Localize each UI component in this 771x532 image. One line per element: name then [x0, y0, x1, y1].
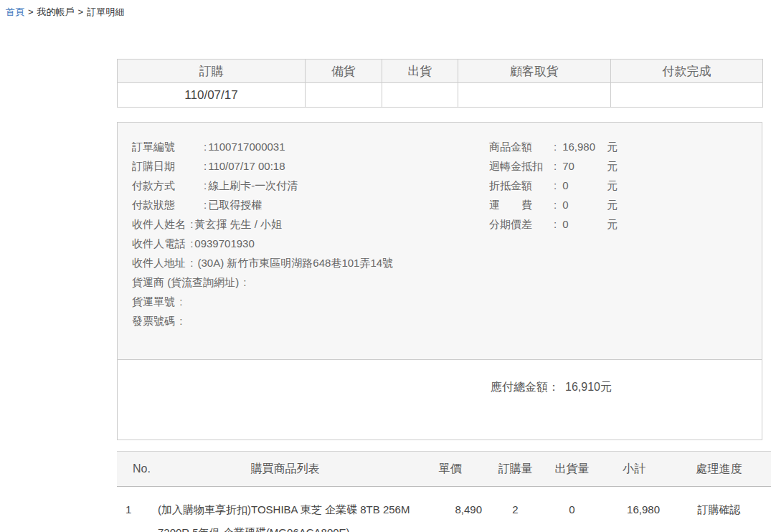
breadcrumb-account: 我的帳戶: [37, 6, 75, 17]
rebate-deduction-row: 迴轉金抵扣:70元: [489, 156, 747, 176]
status-value-row: 110/07/17: [118, 83, 763, 108]
order-date-value: 110/07/17 00:18: [208, 160, 285, 172]
recipient-address-row: 收件人地址 : (30A) 新竹市東區明湖路648巷101弄14號: [132, 253, 489, 272]
order-detail-page: 訂購 備貨 出貨 顧客取貨 付款完成 110/07/17 訂單編號:110071…: [117, 59, 762, 532]
order-number-value: 1100717000031: [208, 141, 285, 153]
installment-diff-value: 0: [562, 214, 607, 234]
total-amount-line: 應付總金額：16,910元: [491, 380, 762, 395]
recipient-phone-value: 0939701930: [194, 237, 254, 250]
field-label: 收件人電話: [132, 234, 186, 253]
currency-unit: 元: [607, 141, 618, 153]
total-amount-value: 16,910元: [565, 381, 612, 393]
breadcrumb-separator: >: [28, 6, 34, 17]
tracking-number-row: 貨運單號 :: [132, 292, 489, 311]
field-separator: :: [190, 237, 193, 250]
rebate-deduction-value: 70: [562, 156, 607, 176]
order-info-left-column: 訂單編號:1100717000031 訂購日期:110/07/17 00:18 …: [132, 137, 489, 331]
field-label: 分期價差: [489, 214, 552, 234]
product-header-row: No. 購買商品列表 單價 訂購量 出貨量 小計 處理進度: [117, 452, 771, 487]
discount-amount-row: 折抵金額:0元: [489, 176, 747, 195]
field-separator: :: [554, 218, 557, 230]
field-separator: :: [554, 199, 557, 211]
breadcrumb-separator: >: [78, 6, 84, 17]
total-amount-label: 應付總金額：: [491, 381, 559, 393]
field-separator: :: [204, 179, 207, 191]
product-subtotal: 16,980: [601, 487, 667, 532]
field-label: 收件人姓名: [132, 214, 186, 234]
product-ship-qty: 0: [543, 487, 601, 532]
status-pickup-date: [458, 83, 611, 108]
status-col-shipped: 出貨: [382, 60, 458, 83]
currency-unit: 元: [607, 199, 618, 211]
status-col-ordered: 訂購: [118, 60, 306, 83]
field-separator: :: [190, 257, 193, 269]
field-separator: :: [554, 141, 557, 153]
carrier-row: 貨運商 (貨流查詢網址) :: [132, 272, 489, 292]
recipient-phone-row: 收件人電話 :0939701930: [132, 234, 489, 253]
status-paid-date: [611, 83, 763, 108]
product-col-ship-qty: 出貨量: [543, 452, 601, 487]
field-separator: :: [179, 315, 182, 327]
field-separator: :: [204, 160, 207, 172]
status-shipped-date: [382, 83, 458, 108]
shipping-fee-row: 運 費:0元: [489, 195, 747, 214]
field-separator: :: [554, 160, 557, 172]
order-amounts-column: 商品金額:16,980元 迴轉金抵扣:70元 折抵金額:0元 運 費:0元 分期…: [489, 137, 747, 331]
order-number-row: 訂單編號:1100717000031: [132, 137, 489, 156]
payment-method-value: 線上刷卡-一次付清: [208, 179, 298, 191]
product-no: 1: [117, 487, 158, 532]
breadcrumb-home-link[interactable]: 首頁: [6, 6, 24, 17]
product-process-status: 訂購確認: [667, 487, 771, 532]
field-separator: :: [190, 218, 193, 230]
field-separator: :: [204, 141, 207, 153]
field-label: 訂單編號: [132, 137, 202, 156]
field-separator: :: [179, 295, 182, 308]
product-list-table: No. 購買商品列表 單價 訂購量 出貨量 小計 處理進度 1 (加入購物車享折…: [117, 451, 771, 532]
field-label: 付款方式: [132, 176, 202, 195]
product-name: (加入購物車享折扣)TOSHIBA 東芝 企業碟 8TB 256M 7200R …: [158, 487, 412, 532]
order-date-row: 訂購日期:110/07/17 00:18: [132, 156, 489, 176]
order-total-section: 應付總金額：16,910元: [118, 360, 762, 440]
recipient-name-value: 黃玄揮 先生 / 小姐: [194, 218, 282, 230]
product-col-subtotal: 小計: [601, 452, 667, 487]
field-separator: :: [554, 179, 557, 191]
shipping-fee-value: 0: [562, 195, 607, 214]
installment-diff-row: 分期價差:0元: [489, 214, 747, 234]
field-label: 折抵金額: [489, 176, 552, 195]
field-label: 貨運單號: [132, 292, 175, 311]
field-label: 運 費: [489, 195, 552, 214]
status-preparing-date: [306, 83, 382, 108]
currency-unit: 元: [607, 160, 618, 172]
field-label: 貨運商 (貨流查詢網址): [132, 272, 239, 292]
product-col-order-qty: 訂購量: [488, 452, 543, 487]
product-col-name: 購買商品列表: [158, 452, 412, 487]
field-separator: :: [204, 199, 207, 211]
goods-amount-value: 16,980: [562, 137, 607, 156]
goods-amount-row: 商品金額:16,980元: [489, 137, 747, 156]
product-col-no: No.: [117, 452, 158, 487]
product-col-unit-price: 單價: [412, 452, 488, 487]
field-label: 迴轉金抵扣: [489, 156, 552, 176]
currency-unit: 元: [607, 218, 618, 230]
status-header-row: 訂購 備貨 出貨 顧客取貨 付款完成: [118, 60, 763, 83]
breadcrumb-current: 訂單明細: [87, 6, 124, 17]
field-label: 商品金額: [489, 137, 552, 156]
field-label: 訂購日期: [132, 156, 202, 176]
order-info-panel: 訂單編號:1100717000031 訂購日期:110/07/17 00:18 …: [117, 122, 762, 440]
recipient-address-value: (30A) 新竹市東區明湖路648巷101弄14號: [194, 257, 393, 269]
product-unit-price: 8,490: [412, 487, 488, 532]
payment-method-row: 付款方式:線上刷卡-一次付清: [132, 176, 489, 195]
recipient-name-row: 收件人姓名 :黃玄揮 先生 / 小姐: [132, 214, 489, 234]
field-separator: :: [243, 276, 246, 288]
order-info-section: 訂單編號:1100717000031 訂購日期:110/07/17 00:18 …: [118, 123, 762, 360]
field-label: 收件人地址: [132, 253, 186, 272]
status-col-pickup: 顧客取貨: [458, 60, 611, 83]
product-col-status: 處理進度: [667, 452, 771, 487]
breadcrumb: 首頁>我的帳戶>訂單明細: [0, 0, 771, 19]
status-col-preparing: 備貨: [306, 60, 382, 83]
payment-status-row: 付款狀態:已取得授權: [132, 195, 489, 214]
status-ordered-date: 110/07/17: [118, 83, 306, 108]
payment-status-value: 已取得授權: [208, 199, 262, 211]
status-col-paid: 付款完成: [611, 60, 763, 83]
product-order-qty: 2: [488, 487, 543, 532]
